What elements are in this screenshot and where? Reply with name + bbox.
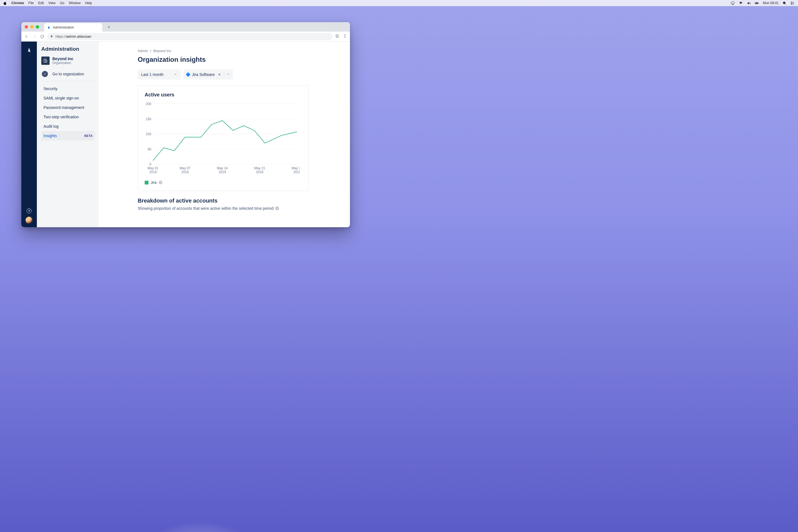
svg-text:200: 200 <box>146 102 151 106</box>
sidebar-divider <box>41 81 95 81</box>
menubar-item[interactable]: Edit <box>38 1 44 5</box>
browser-window: Administration + https://admin.atlassian… <box>21 22 350 227</box>
svg-text:2019: 2019 <box>218 170 226 174</box>
go-to-organization-link[interactable]: Go to organization <box>42 71 95 77</box>
help-icon[interactable]: ? <box>26 208 32 213</box>
svg-rect-21 <box>46 60 47 62</box>
reload-button[interactable] <box>40 34 44 39</box>
svg-text:May 07: May 07 <box>179 166 191 170</box>
svg-text:May 21: May 21 <box>254 166 265 170</box>
atlassian-logo-icon[interactable] <box>26 46 33 54</box>
atlassian-favicon-icon <box>47 25 51 30</box>
svg-text:0: 0 <box>149 163 151 166</box>
menubar-item[interactable]: View <box>48 1 55 5</box>
sidebar-title: Administration <box>41 46 95 52</box>
jira-icon <box>186 72 191 77</box>
sidebar-item-saml[interactable]: SAML single sign-on <box>41 93 95 103</box>
menubar-item[interactable]: File <box>28 1 34 5</box>
legend-swatch <box>145 180 149 185</box>
sidebar-item-audit-log[interactable]: Audit log <box>41 122 95 131</box>
menubar-item[interactable]: Window <box>69 1 81 5</box>
card-subtitle: Showing proportion of accounts that were… <box>138 206 309 211</box>
macos-menubar: Chrome File Edit View Go Window Help Mon… <box>0 0 399 6</box>
tab-strip: Administration + <box>21 22 350 32</box>
active-users-chart: 050100150200May 012019May 072019May 1420… <box>145 102 302 177</box>
svg-text:150: 150 <box>146 117 151 121</box>
browser-menu-icon[interactable] <box>343 34 347 39</box>
info-icon[interactable]: i <box>159 180 163 184</box>
bookmark-star-icon[interactable] <box>335 34 339 39</box>
breadcrumb: Admin / Beyond Inc <box>138 49 350 53</box>
menubar-item[interactable]: Go <box>60 1 64 5</box>
svg-text:50: 50 <box>148 147 152 151</box>
svg-marker-16 <box>336 34 339 38</box>
avatar[interactable] <box>25 217 33 224</box>
org-icon <box>41 57 50 65</box>
sidebar: Administration Beyond Inc Organization G… <box>37 41 98 227</box>
svg-text:2019: 2019 <box>293 170 300 174</box>
svg-point-18 <box>345 36 345 36</box>
svg-text:2019: 2019 <box>149 170 157 174</box>
svg-rect-15 <box>51 36 53 37</box>
arrow-left-circle-icon <box>42 71 48 77</box>
card-title: Active users <box>145 92 302 98</box>
close-window-icon[interactable] <box>25 25 28 28</box>
apple-icon[interactable] <box>3 1 7 5</box>
address-bar[interactable]: https://admin.atlassian <box>48 33 332 40</box>
remove-chip-icon[interactable]: ✕ <box>218 73 221 76</box>
sidebar-item-two-step[interactable]: Two-step verification <box>41 112 95 122</box>
svg-text:100: 100 <box>146 132 151 136</box>
breakdown-card: Breakdown of active accounts Showing pro… <box>138 197 309 211</box>
chevron-down-icon <box>227 72 230 77</box>
product-chip[interactable]: Jira Software ✕ <box>184 70 224 79</box>
filter-toolbar: Last 1 month Jira Software ✕ <box>138 70 350 79</box>
svg-text:2019: 2019 <box>181 170 189 174</box>
global-nav-rail: ? <box>21 41 37 227</box>
back-button[interactable] <box>24 34 29 39</box>
breadcrumb-link[interactable]: Beyond Inc <box>153 49 171 53</box>
active-users-card: Active users 050100150200May 012019May 0… <box>138 86 309 191</box>
svg-rect-20 <box>44 59 46 62</box>
legend-label: Jira <box>151 180 156 185</box>
sidebar-item-security[interactable]: Security <box>41 84 95 93</box>
menubar-app-name[interactable]: Chrome <box>11 1 24 5</box>
page-title: Organization insights <box>138 56 350 63</box>
sidebar-item-insights[interactable]: Insights BETA <box>41 131 95 140</box>
menubar-item[interactable]: Help <box>85 1 92 5</box>
tab-title: Administration <box>53 25 74 30</box>
product-filter-dropdown[interactable] <box>224 70 233 79</box>
minimize-window-icon[interactable] <box>30 25 34 28</box>
chevron-down-icon <box>174 72 177 77</box>
lock-icon <box>50 34 53 39</box>
org-sublabel: Organization <box>52 61 73 65</box>
new-tab-button[interactable]: + <box>105 23 113 31</box>
main-content: Admin / Beyond Inc Organization insights… <box>98 41 350 227</box>
product-filter: Jira Software ✕ <box>184 70 233 79</box>
svg-point-17 <box>345 34 345 35</box>
info-icon[interactable]: i <box>275 206 279 210</box>
svg-point-19 <box>345 37 345 37</box>
chart-legend: Jira i <box>145 180 302 185</box>
org-name: Beyond Inc <box>52 57 73 61</box>
svg-text:May 28: May 28 <box>291 166 300 170</box>
org-card[interactable]: Beyond Inc Organization <box>41 57 95 65</box>
zoom-window-icon[interactable] <box>36 25 39 28</box>
svg-text:May 14: May 14 <box>217 166 228 170</box>
card-title: Breakdown of active accounts <box>138 197 309 204</box>
breadcrumb-link[interactable]: Admin <box>138 49 148 53</box>
app-viewport: ? Administration Beyond Inc Organization… <box>21 41 350 227</box>
beta-badge: BETA <box>84 134 93 137</box>
svg-text:2019: 2019 <box>256 170 264 174</box>
date-range-select[interactable]: Last 1 month <box>138 70 180 79</box>
url-text: https://admin.atlassian <box>55 34 91 39</box>
browser-tab[interactable]: Administration <box>44 23 102 32</box>
forward-button <box>32 34 37 39</box>
sidebar-item-password[interactable]: Password management <box>41 103 95 112</box>
svg-text:May 01: May 01 <box>147 166 158 170</box>
browser-toolbar: https://admin.atlassian <box>21 32 350 41</box>
window-controls <box>25 22 42 32</box>
